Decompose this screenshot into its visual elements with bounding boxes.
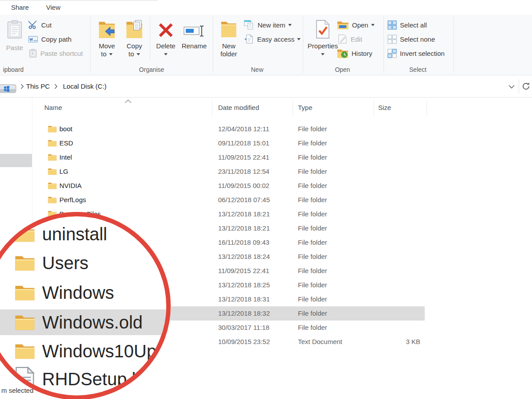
breadcrumb-local-disk[interactable]: Local Disk (C:) xyxy=(63,82,106,91)
paste-shortcut-button[interactable]: Paste shortcut xyxy=(29,48,83,58)
breadcrumb-this-pc[interactable]: This PC xyxy=(26,82,50,91)
table-row[interactable]: PerfLogs 06/12/2018 07:45 File folder xyxy=(32,193,425,207)
history-label: History xyxy=(352,50,372,57)
file-type: File folder xyxy=(298,210,327,218)
table-row[interactable]: NVIDIA 11/09/2015 00:02 File folder xyxy=(32,179,425,193)
properties-caret-line xyxy=(304,50,341,58)
breadcrumb-chevron-icon[interactable] xyxy=(20,84,24,89)
rename-icon xyxy=(184,24,205,38)
new-item-button[interactable]: New item xyxy=(244,20,292,30)
copy-path-button[interactable]: Copy path xyxy=(28,34,71,44)
sort-ascending-icon[interactable] xyxy=(125,99,132,103)
invert-selection-button[interactable]: Invert selection xyxy=(387,48,445,58)
delete-icon xyxy=(157,22,174,39)
open-icon xyxy=(337,20,349,30)
table-row[interactable]: ESD 09/11/2018 15:01 File folder xyxy=(32,136,425,150)
edit-label: Edit xyxy=(351,35,362,43)
dropdown-caret-icon xyxy=(137,53,140,55)
column-divider[interactable] xyxy=(374,101,374,115)
dropdown-caret-icon xyxy=(288,24,292,26)
ribbon-tab-bar: Share View xyxy=(0,0,532,15)
address-dropdown-icon[interactable] xyxy=(508,85,515,89)
select-none-label: Select none xyxy=(400,35,435,43)
file-type: File folder xyxy=(298,139,327,147)
table-row[interactable]: Intel 11/09/2015 22:41 File folder xyxy=(32,150,425,164)
file-date: 11/09/2015 22:41 xyxy=(218,153,270,161)
select-none-button[interactable]: Select none xyxy=(387,34,435,44)
column-divider[interactable] xyxy=(426,101,427,115)
open-group-label: Open xyxy=(326,66,359,73)
ribbon: Paste Cut Copy path Paste shortcut ipboa… xyxy=(0,15,532,75)
history-button[interactable]: History xyxy=(337,48,372,58)
open-button[interactable]: Open xyxy=(337,20,375,30)
new-item-label: New item xyxy=(258,21,286,29)
easy-access-button[interactable]: Easy access xyxy=(244,34,301,44)
new-item-icon xyxy=(244,20,254,30)
file-date: 13/12/2018 18:31 xyxy=(218,295,270,303)
move-to-icon xyxy=(98,20,115,39)
refresh-icon[interactable] xyxy=(521,82,531,91)
properties-label: Properties xyxy=(304,42,341,50)
table-row[interactable]: LG 23/11/2018 12:54 File folder xyxy=(32,164,425,179)
address-bar-divider xyxy=(519,79,519,94)
magnifier-row: Windows xyxy=(0,280,166,305)
select-all-icon xyxy=(387,20,397,30)
dropdown-caret-icon xyxy=(297,38,301,40)
file-date: 09/11/2018 15:01 xyxy=(218,139,270,147)
new-group-label: New xyxy=(239,66,275,73)
table-row[interactable]: boot 12/04/2018 12:11 File folder xyxy=(32,122,425,136)
file-date: 13/12/2018 18:24 xyxy=(218,253,270,260)
edit-button[interactable]: Edit xyxy=(338,34,362,44)
cut-icon xyxy=(28,20,38,29)
breadcrumb-chevron-icon[interactable] xyxy=(54,84,58,89)
tab-view[interactable]: View xyxy=(46,4,60,11)
file-type: File folder xyxy=(298,295,327,303)
nav-pane-selected-item[interactable] xyxy=(0,154,32,167)
file-name: uninstall xyxy=(42,221,107,247)
copy-to-label-2: to xyxy=(117,50,152,58)
column-header-type[interactable]: Type xyxy=(298,104,313,111)
copy-path-icon xyxy=(28,36,38,43)
properties-icon xyxy=(316,20,329,39)
file-date: 13/12/2018 18:21 xyxy=(218,210,270,218)
file-type: File folder xyxy=(298,125,327,133)
file-date: 06/12/2018 07:45 xyxy=(218,196,270,203)
address-bar[interactable]: This PC Local Disk (C:) xyxy=(0,75,532,98)
group-divider xyxy=(303,16,303,73)
group-divider xyxy=(383,16,384,73)
file-icon xyxy=(15,254,35,271)
rename-label: Rename xyxy=(176,42,213,50)
file-icon xyxy=(48,139,57,147)
column-divider[interactable] xyxy=(293,101,293,115)
tab-share[interactable]: Share xyxy=(11,4,29,11)
file-size: 3 KB xyxy=(369,338,420,345)
file-icon xyxy=(15,313,35,331)
column-header-date-modified[interactable]: Date modified xyxy=(218,104,259,111)
file-type: File folder xyxy=(298,324,327,331)
dropdown-caret-icon xyxy=(371,24,375,26)
file-date: 30/03/2017 11:18 xyxy=(218,324,270,331)
select-group-label: Select xyxy=(401,66,434,73)
organise-group-label: Organise xyxy=(129,66,175,73)
dropdown-caret-icon xyxy=(109,53,113,55)
file-type: File folder xyxy=(298,309,327,317)
file-type: File folder xyxy=(298,153,327,161)
column-header-name[interactable]: Name xyxy=(44,104,62,111)
file-type: Text Document xyxy=(298,338,342,345)
file-date: 13/12/2018 18:25 xyxy=(218,281,270,289)
file-icon xyxy=(48,196,57,203)
copy-path-label: Copy path xyxy=(41,35,71,43)
magnifier-row: Windows.old xyxy=(0,309,166,335)
file-type: File folder xyxy=(298,224,327,232)
file-icon xyxy=(48,125,57,133)
select-all-button[interactable]: Select all xyxy=(387,20,427,30)
open-label: Open xyxy=(352,21,368,29)
file-icon xyxy=(15,225,35,243)
column-header-size[interactable]: Size xyxy=(378,104,391,111)
copy-to-icon xyxy=(126,20,143,39)
magnifier-row: Users xyxy=(0,250,166,276)
column-divider[interactable] xyxy=(212,101,212,115)
cut-button[interactable]: Cut xyxy=(28,20,51,30)
file-date: 13/12/2018 18:21 xyxy=(218,224,270,232)
file-name: Windows xyxy=(42,280,114,305)
